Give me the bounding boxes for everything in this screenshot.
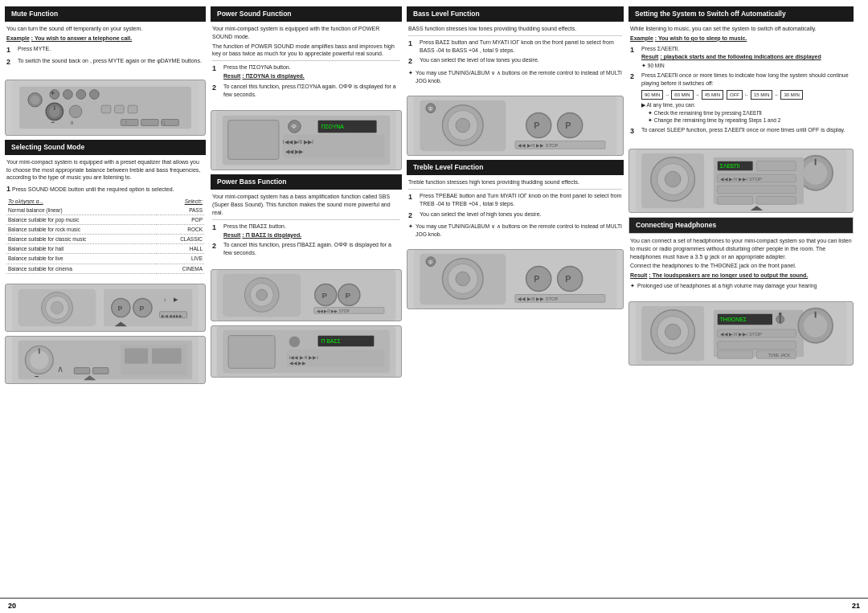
svg-text:◀◀  ▶/II  ▶▶  STOP: ◀◀ ▶/II ▶▶ STOP (317, 309, 350, 313)
svg-rect-140 (718, 350, 753, 358)
svg-rect-13 (115, 105, 125, 113)
selecting-sound-mode-header: Selecting Sound Mode (5, 140, 206, 155)
setting-switch-off-title: Setting the System to Switch off Automat… (635, 10, 786, 18)
power-sound-step-2: 2 To cancel this function, press ΠΣOYNA … (212, 83, 400, 99)
svg-text:◀◀  ▶/II  ▶▶I  STOP: ◀◀ ▶/II ▶▶I STOP (720, 177, 762, 182)
svg-rect-45 (74, 367, 89, 374)
mute-example: Example : You wish to answer a telephone… (6, 35, 204, 43)
svg-point-7 (90, 89, 100, 99)
selecting-sound-mode-section: Selecting Sound Mode Your mini-compact s… (5, 140, 206, 277)
power-sound-detail: The function of POWER SOUND mode amplifi… (212, 43, 400, 59)
headphones-result: Result : The loudspeakers are no longer … (630, 272, 852, 280)
power-bass-step-2: 2 To cancel this function, press ΠΒΑΣΣ a… (212, 241, 400, 257)
setting-switch-off-body: While listening to music, you can set th… (628, 22, 854, 142)
svg-text:+: + (51, 89, 55, 97)
svg-rect-139 (718, 341, 796, 349)
mute-device-image: 7 f 1 + − ∧ (5, 80, 206, 136)
svg-text:P: P (565, 274, 571, 284)
power-sound-function-section: Power Sound Function Your mini-compact s… (211, 6, 402, 104)
sound-mode-device-image: P P ♪ ▶ ▶◀ ◀◀ ▶▶ (5, 284, 206, 332)
svg-rect-122 (718, 186, 796, 194)
check-remaining: ✦ Check the remaining time by pressing Σ… (641, 109, 852, 116)
svg-text:∧: ∧ (57, 363, 63, 373)
svg-rect-12 (101, 105, 111, 113)
table-row: Balance suitable for classic music CLASS… (6, 235, 204, 244)
svg-text:P: P (534, 274, 539, 284)
connecting-headphones-header: Connecting Headphones (628, 217, 854, 234)
power-bass-step-1: 1 Press the ΠΒΑΣΣ button. Result : Π ΒΑΣ… (212, 223, 400, 239)
svg-text:P: P (321, 291, 327, 300)
svg-text:P: P (345, 291, 350, 300)
sleep-90-note: ✦ 90 MIN (641, 62, 852, 69)
svg-rect-16 (141, 119, 158, 125)
table-row: Balance suitable for cinema CINEMA (6, 264, 204, 273)
treble-level-function-header: Treble Level Function (407, 160, 624, 175)
power-sound-intro: Your mini-compact system is equipped wit… (212, 25, 400, 41)
table-row: Balance suitable for hall HALL (6, 244, 204, 254)
switch-off-intro: While listening to music, you can set th… (630, 25, 852, 33)
treble-level-function-body: Treble function stresses high tones prov… (407, 175, 624, 243)
page-number-left: 20 (8, 602, 16, 610)
svg-rect-50 (152, 348, 182, 363)
mute-intro: You can turn the sound off temporarily o… (6, 25, 204, 33)
treble-level-step-2: 2 You can select the level of high tones… (408, 210, 622, 221)
svg-rect-123 (718, 196, 753, 204)
power-sound-step-1: 1 Press the ΠΣOYNA button. Result : ΠΣOY… (212, 63, 400, 80)
svg-text:f 1: f 1 (162, 121, 166, 125)
svg-rect-124 (757, 196, 796, 204)
bass-level-function-title: Bass Level Function (413, 10, 480, 18)
svg-text:◀◀        ▶▶: ◀◀ ▶▶ (285, 149, 304, 154)
table-header: To ολήγησε α... Selectτ: (6, 197, 204, 206)
power-sound-steps: 1 Press the ΠΣOYNA button. Result : ΠΣOY… (212, 63, 400, 98)
sound-mode-step1: 1 Press SOUND MODE button until the requ… (6, 184, 204, 194)
treble-level-step-1: 1 Press ΤΡΕΒΑΕ button and Turn MYATI ΙΟΓ… (408, 192, 622, 208)
bass-level-steps: 1 Press ΒΑΣΣ button and Turn MYATI ΙΟΓ k… (408, 39, 622, 67)
treble-level-steps: 1 Press ΤΡΕΒΑΕ button and Turn MYATI ΙΟΓ… (408, 192, 622, 220)
mute-function-body: You can turn the sound off temporarily o… (5, 22, 206, 73)
selecting-sound-mode-title: Selecting Sound Mode (11, 143, 84, 151)
mute-steps: 1 Press MYTE. 2 To switch the sound back… (6, 45, 204, 67)
svg-text:◀◀  ▶/II  ▶▶  STOP: ◀◀ ▶/II ▶▶ STOP (518, 296, 559, 301)
svg-text:Φ: Φ (428, 260, 433, 265)
svg-point-130 (665, 324, 681, 340)
svg-text:ΣΛΕΕΠΙ: ΣΛΕΕΠΙ (720, 163, 740, 169)
mute-function-section: Mute Function You can turn the sound off… (5, 6, 206, 73)
svg-point-77 (289, 337, 301, 348)
sound-mode-intro: Your mini-compact system is equipped wit… (6, 158, 204, 182)
svg-rect-46 (93, 367, 108, 374)
bass-level-function-section: Bass Level Function BASS function stress… (407, 6, 624, 89)
treble-level-note: You may use TUNING/ALBUM ∨ ∧ buttons on … (408, 223, 622, 238)
bass-level-function-body: BASS function stresses low tones providi… (407, 22, 624, 89)
selecting-sound-mode-body: Your mini-compact system is equipped wit… (5, 155, 206, 277)
svg-text:P: P (534, 121, 539, 130)
switch-off-step-1: 1 Press ΣΛΕΕΠΙ. Result : playback starts… (630, 45, 852, 70)
headphones-device-image: ΤΗΘΟΝΕΣ ◀◀ ▶/II ▶▶I STOP TUNE JACK (628, 301, 854, 366)
power-bass-device-image-1: P P ◀◀ ▶/II ▶▶ STOP (211, 269, 402, 321)
svg-point-136 (779, 312, 782, 315)
svg-text:I◀◀  ▶/II  ▶▶I: I◀◀ ▶/II ▶▶I (289, 355, 319, 360)
svg-point-5 (63, 89, 73, 99)
svg-point-65 (256, 289, 268, 300)
svg-text:Π ΒΑΣΣ: Π ΒΑΣΣ (321, 338, 340, 344)
table-row: Balance suitable for rock music ROCK (6, 225, 204, 235)
svg-text:ΤΗΘΟΝΕΣ: ΤΗΘΟΝΕΣ (720, 317, 747, 322)
bass-level-intro: BASS function stresses low tones providi… (408, 25, 622, 33)
svg-rect-75 (228, 336, 275, 369)
svg-text:7: 7 (125, 121, 127, 125)
svg-text:▶◀  ◀◀  ▶▶: ▶◀ ◀◀ ▶▶ (162, 313, 183, 317)
setting-switch-off-header: Setting the System to Switch off Automat… (628, 6, 854, 22)
treble-level-function-section: Treble Level Function Treble function st… (407, 160, 624, 243)
svg-text:Φ: Φ (292, 124, 297, 131)
svg-text:◀◀       ▶▶: ◀◀ ▶▶ (289, 362, 307, 366)
svg-text:ΠΣOYNA: ΠΣOYNA (321, 125, 344, 130)
switch-off-steps: 1 Press ΣΛΕΕΠΙ. Result : playback starts… (630, 45, 852, 137)
svg-text:♪: ♪ (164, 296, 166, 302)
power-sound-function-header: Power Sound Function (211, 6, 402, 22)
svg-point-6 (76, 89, 86, 99)
switch-off-example: Example : You wish to go to sleep to mus… (630, 35, 852, 43)
connecting-headphones-body: You can connect a set of headphones to y… (628, 234, 854, 295)
headphones-step1: Connect the headphones to the ΤΗΘΟΝΕΣ ja… (630, 262, 852, 270)
mute-step-1: 1 Press MYTE. (6, 45, 204, 55)
svg-point-3 (31, 95, 40, 104)
svg-rect-119 (757, 161, 796, 171)
